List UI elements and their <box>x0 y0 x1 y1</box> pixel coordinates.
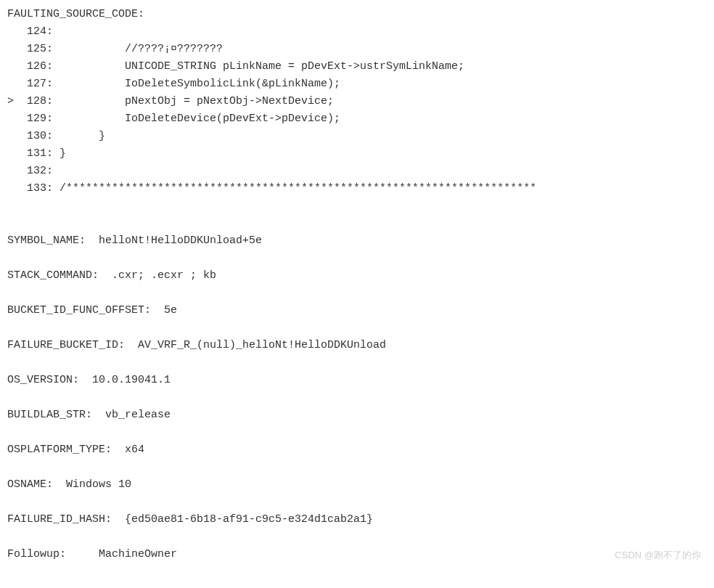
spacer <box>7 197 707 215</box>
source-code-block: 124: 125: //????¡¤??????? 126: UNICODE_S… <box>7 23 707 197</box>
analysis-fields: SYMBOL_NAME: helloNt!HelloDDKUnload+5eST… <box>7 232 707 563</box>
field-row: BUILDLAB_STR: vb_release <box>7 407 707 424</box>
field-row: FAILURE_ID_HASH: {ed50ae81-6b18-af91-c9c… <box>7 511 707 528</box>
field-value: 5e <box>151 304 177 317</box>
line-number: 129: <box>27 113 53 125</box>
field-label: BUILDLAB_STR: <box>7 409 92 421</box>
field-row: STACK_COMMAND: .cxr; .ecxr ; kb <box>7 267 707 285</box>
spacer <box>7 354 707 372</box>
field-label: FAILURE_ID_HASH: <box>7 513 112 526</box>
faulting-source-header: FAULTING_SOURCE_CODE: <box>7 6 707 23</box>
field-row: Followup: MachineOwner <box>7 546 707 563</box>
code-line: 124: <box>7 23 707 41</box>
field-row: OSPLATFORM_TYPE: x64 <box>7 441 707 459</box>
line-prefix <box>7 182 27 195</box>
spacer <box>7 424 707 441</box>
line-code: /***************************************… <box>53 182 536 195</box>
line-prefix: > <box>7 95 27 107</box>
line-number: 131: <box>27 147 53 160</box>
field-label: BUCKET_ID_FUNC_OFFSET: <box>7 304 151 317</box>
field-row: FAILURE_BUCKET_ID: AV_VRF_R_(null)_hello… <box>7 337 707 354</box>
line-prefix <box>7 43 27 55</box>
line-prefix <box>7 25 27 38</box>
field-label: STACK_COMMAND: <box>7 269 99 282</box>
line-prefix <box>7 130 27 142</box>
field-label: Followup: <box>7 548 66 560</box>
field-label: FAILURE_BUCKET_ID: <box>7 339 125 351</box>
code-line: 127: IoDeleteSymbolicLink(&pLinkName); <box>7 75 707 93</box>
field-value: .cxr; .ecxr ; kb <box>99 269 216 282</box>
line-number: 125: <box>27 43 53 55</box>
spacer <box>7 528 707 546</box>
field-row: BUCKET_ID_FUNC_OFFSET: 5e <box>7 302 707 319</box>
line-prefix <box>7 147 27 160</box>
field-row: OS_VERSION: 10.0.19041.1 <box>7 372 707 389</box>
field-label: OS_VERSION: <box>7 374 79 386</box>
field-value: x64 <box>112 444 144 456</box>
field-value: 10.0.19041.1 <box>79 374 171 386</box>
code-line: 133: /**********************************… <box>7 180 707 197</box>
line-number: 132: <box>27 165 53 177</box>
field-label: OSNAME: <box>7 478 53 491</box>
field-label: OSPLATFORM_TYPE: <box>7 444 112 456</box>
spacer <box>7 459 707 476</box>
code-line: 132: <box>7 163 707 180</box>
line-prefix <box>7 113 27 125</box>
field-value: Windows 10 <box>53 478 131 491</box>
spacer <box>7 494 707 511</box>
field-value: AV_VRF_R_(null)_helloNt!HelloDDKUnload <box>125 339 386 351</box>
code-line: 125: //????¡¤??????? <box>7 41 707 58</box>
line-code: } <box>53 147 66 160</box>
line-number: 128: <box>27 95 53 107</box>
spacer <box>7 389 707 407</box>
line-code: UNICODE_STRING pLinkName = pDevExt->ustr… <box>53 60 464 73</box>
field-value: MachineOwner <box>66 548 177 560</box>
spacer <box>7 250 707 267</box>
field-row: OSNAME: Windows 10 <box>7 476 707 494</box>
field-value: {ed50ae81-6b18-af91-c9c5-e324d1cab2a1} <box>112 513 373 526</box>
field-label: SYMBOL_NAME: <box>7 234 86 247</box>
line-number: 133: <box>27 182 53 195</box>
field-value: helloNt!HelloDDKUnload+5e <box>86 234 262 247</box>
line-prefix <box>7 165 27 177</box>
line-prefix <box>7 78 27 90</box>
watermark: CSDN @跑不了的你 <box>615 548 701 563</box>
line-number: 130: <box>27 130 53 142</box>
line-code: //????¡¤??????? <box>53 43 223 55</box>
code-line: 130: } <box>7 128 707 145</box>
line-number: 126: <box>27 60 53 73</box>
line-code: IoDeleteDevice(pDevExt->pDevice); <box>53 113 340 125</box>
line-number: 124: <box>27 25 53 38</box>
line-code: pNextObj = pNextObj->NextDevice; <box>53 95 334 107</box>
spacer <box>7 215 707 232</box>
code-line: 126: UNICODE_STRING pLinkName = pDevExt-… <box>7 58 707 75</box>
line-code: IoDeleteSymbolicLink(&pLinkName); <box>53 78 340 90</box>
code-line: > 128: pNextObj = pNextObj->NextDevice; <box>7 93 707 110</box>
spacer <box>7 285 707 302</box>
line-prefix <box>7 60 27 73</box>
line-code: } <box>53 130 105 142</box>
field-value: vb_release <box>92 409 171 421</box>
line-number: 127: <box>27 78 53 90</box>
spacer <box>7 319 707 337</box>
code-line: 131: } <box>7 145 707 163</box>
code-line: 129: IoDeleteDevice(pDevExt->pDevice); <box>7 110 707 128</box>
field-row: SYMBOL_NAME: helloNt!HelloDDKUnload+5e <box>7 232 707 250</box>
